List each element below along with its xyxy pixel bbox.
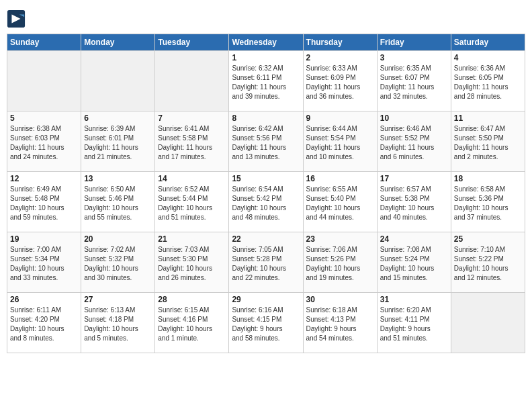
day-info: Sunrise: 6:35 AM Sunset: 6:07 PM Dayligh… — [380, 64, 448, 101]
day-number: 2 — [306, 53, 374, 62]
day-info: Sunrise: 7:10 AM Sunset: 5:22 PM Dayligh… — [454, 245, 522, 283]
calendar-table: SundayMondayTuesdayWednesdayThursdayFrid… — [7, 34, 525, 353]
calendar-cell: 17Sunrise: 6:57 AM Sunset: 5:38 PM Dayli… — [377, 172, 451, 232]
day-number: 20 — [84, 234, 152, 244]
day-number: 10 — [380, 113, 448, 123]
calendar-cell: 21Sunrise: 7:03 AM Sunset: 5:30 PM Dayli… — [155, 232, 229, 293]
day-info: Sunrise: 6:13 AM Sunset: 4:18 PM Dayligh… — [84, 306, 152, 343]
day-number: 24 — [380, 234, 448, 244]
day-info: Sunrise: 6:55 AM Sunset: 5:40 PM Dayligh… — [306, 185, 374, 222]
day-info: Sunrise: 6:42 AM Sunset: 5:56 PM Dayligh… — [232, 124, 300, 162]
day-number: 13 — [84, 174, 152, 183]
week-row-0: 1Sunrise: 6:32 AM Sunset: 6:11 PM Daylig… — [7, 51, 525, 111]
day-number: 29 — [232, 295, 300, 304]
day-info: Sunrise: 6:57 AM Sunset: 5:38 PM Dayligh… — [380, 185, 448, 222]
calendar-cell — [7, 51, 81, 111]
day-info: Sunrise: 6:54 AM Sunset: 5:42 PM Dayligh… — [232, 185, 300, 222]
day-number: 22 — [232, 234, 300, 244]
calendar-cell: 9Sunrise: 6:44 AM Sunset: 5:54 PM Daylig… — [303, 111, 377, 172]
day-info: Sunrise: 6:52 AM Sunset: 5:44 PM Dayligh… — [158, 185, 226, 222]
day-number: 9 — [306, 113, 374, 123]
day-info: Sunrise: 6:47 AM Sunset: 5:50 PM Dayligh… — [454, 124, 522, 162]
calendar-cell: 19Sunrise: 7:00 AM Sunset: 5:34 PM Dayli… — [7, 232, 81, 293]
page-header — [7, 7, 525, 28]
day-info: Sunrise: 6:49 AM Sunset: 5:48 PM Dayligh… — [10, 185, 78, 222]
weekday-header-row: SundayMondayTuesdayWednesdayThursdayFrid… — [7, 34, 525, 51]
day-number: 26 — [10, 295, 78, 304]
week-row-3: 19Sunrise: 7:00 AM Sunset: 5:34 PM Dayli… — [7, 232, 525, 293]
logo-icon — [7, 9, 26, 28]
calendar-cell: 1Sunrise: 6:32 AM Sunset: 6:11 PM Daylig… — [229, 51, 303, 111]
calendar-cell: 5Sunrise: 6:38 AM Sunset: 6:03 PM Daylig… — [7, 111, 81, 172]
day-number: 1 — [232, 53, 300, 62]
calendar-cell: 20Sunrise: 7:02 AM Sunset: 5:32 PM Dayli… — [81, 232, 155, 293]
calendar-cell: 2Sunrise: 6:33 AM Sunset: 6:09 PM Daylig… — [303, 51, 377, 111]
weekday-saturday: Saturday — [451, 34, 525, 51]
week-row-1: 5Sunrise: 6:38 AM Sunset: 6:03 PM Daylig… — [7, 111, 525, 172]
calendar-cell: 3Sunrise: 6:35 AM Sunset: 6:07 PM Daylig… — [377, 51, 451, 111]
day-info: Sunrise: 6:16 AM Sunset: 4:15 PM Dayligh… — [232, 306, 300, 343]
day-info: Sunrise: 7:06 AM Sunset: 5:26 PM Dayligh… — [306, 245, 374, 283]
calendar-cell — [451, 293, 525, 353]
day-info: Sunrise: 7:02 AM Sunset: 5:32 PM Dayligh… — [84, 245, 152, 283]
calendar-cell: 16Sunrise: 6:55 AM Sunset: 5:40 PM Dayli… — [303, 172, 377, 232]
calendar-cell: 15Sunrise: 6:54 AM Sunset: 5:42 PM Dayli… — [229, 172, 303, 232]
calendar-cell: 6Sunrise: 6:39 AM Sunset: 6:01 PM Daylig… — [81, 111, 155, 172]
day-number: 18 — [454, 174, 522, 183]
day-number: 19 — [10, 234, 78, 244]
calendar-cell: 10Sunrise: 6:46 AM Sunset: 5:52 PM Dayli… — [377, 111, 451, 172]
calendar-cell: 4Sunrise: 6:36 AM Sunset: 6:05 PM Daylig… — [451, 51, 525, 111]
weekday-thursday: Thursday — [303, 34, 377, 51]
calendar-cell: 28Sunrise: 6:15 AM Sunset: 4:16 PM Dayli… — [155, 293, 229, 353]
day-info: Sunrise: 6:18 AM Sunset: 4:13 PM Dayligh… — [306, 306, 374, 343]
calendar-cell — [155, 51, 229, 111]
calendar-cell: 11Sunrise: 6:47 AM Sunset: 5:50 PM Dayli… — [451, 111, 525, 172]
day-number: 14 — [158, 174, 226, 183]
weekday-wednesday: Wednesday — [229, 34, 303, 51]
day-info: Sunrise: 7:00 AM Sunset: 5:34 PM Dayligh… — [10, 245, 78, 283]
day-number: 5 — [10, 113, 78, 123]
day-number: 27 — [84, 295, 152, 304]
calendar-cell: 18Sunrise: 6:58 AM Sunset: 5:36 PM Dayli… — [451, 172, 525, 232]
calendar-cell: 30Sunrise: 6:18 AM Sunset: 4:13 PM Dayli… — [303, 293, 377, 353]
day-info: Sunrise: 6:36 AM Sunset: 6:05 PM Dayligh… — [454, 64, 522, 101]
day-number: 23 — [306, 234, 374, 244]
weekday-friday: Friday — [377, 34, 451, 51]
calendar-cell — [81, 51, 155, 111]
calendar-cell: 8Sunrise: 6:42 AM Sunset: 5:56 PM Daylig… — [229, 111, 303, 172]
day-number: 11 — [454, 113, 522, 123]
day-info: Sunrise: 6:39 AM Sunset: 6:01 PM Dayligh… — [84, 124, 152, 162]
day-number: 21 — [158, 234, 226, 244]
day-info: Sunrise: 6:15 AM Sunset: 4:16 PM Dayligh… — [158, 306, 226, 343]
day-info: Sunrise: 6:32 AM Sunset: 6:11 PM Dayligh… — [232, 64, 300, 101]
calendar-cell: 29Sunrise: 6:16 AM Sunset: 4:15 PM Dayli… — [229, 293, 303, 353]
calendar-cell: 27Sunrise: 6:13 AM Sunset: 4:18 PM Dayli… — [81, 293, 155, 353]
day-number: 31 — [380, 295, 448, 304]
day-number: 15 — [232, 174, 300, 183]
day-info: Sunrise: 6:44 AM Sunset: 5:54 PM Dayligh… — [306, 124, 374, 162]
day-number: 30 — [306, 295, 374, 304]
weekday-sunday: Sunday — [7, 34, 81, 51]
calendar-cell: 13Sunrise: 6:50 AM Sunset: 5:46 PM Dayli… — [81, 172, 155, 232]
calendar-body: 1Sunrise: 6:32 AM Sunset: 6:11 PM Daylig… — [7, 51, 525, 353]
weekday-tuesday: Tuesday — [155, 34, 229, 51]
logo — [7, 9, 28, 28]
day-info: Sunrise: 7:03 AM Sunset: 5:30 PM Dayligh… — [158, 245, 226, 283]
week-row-2: 12Sunrise: 6:49 AM Sunset: 5:48 PM Dayli… — [7, 172, 525, 232]
calendar-cell: 23Sunrise: 7:06 AM Sunset: 5:26 PM Dayli… — [303, 232, 377, 293]
calendar-cell: 12Sunrise: 6:49 AM Sunset: 5:48 PM Dayli… — [7, 172, 81, 232]
week-row-4: 26Sunrise: 6:11 AM Sunset: 4:20 PM Dayli… — [7, 293, 525, 353]
day-info: Sunrise: 7:08 AM Sunset: 5:24 PM Dayligh… — [380, 245, 448, 283]
calendar-cell: 31Sunrise: 6:20 AM Sunset: 4:11 PM Dayli… — [377, 293, 451, 353]
calendar-cell: 24Sunrise: 7:08 AM Sunset: 5:24 PM Dayli… — [377, 232, 451, 293]
day-number: 16 — [306, 174, 374, 183]
day-number: 17 — [380, 174, 448, 183]
calendar-cell: 14Sunrise: 6:52 AM Sunset: 5:44 PM Dayli… — [155, 172, 229, 232]
day-info: Sunrise: 6:41 AM Sunset: 5:58 PM Dayligh… — [158, 124, 226, 162]
calendar-cell: 25Sunrise: 7:10 AM Sunset: 5:22 PM Dayli… — [451, 232, 525, 293]
day-number: 25 — [454, 234, 522, 244]
day-info: Sunrise: 6:50 AM Sunset: 5:46 PM Dayligh… — [84, 185, 152, 222]
day-number: 3 — [380, 53, 448, 62]
day-info: Sunrise: 7:05 AM Sunset: 5:28 PM Dayligh… — [232, 245, 300, 283]
day-info: Sunrise: 6:38 AM Sunset: 6:03 PM Dayligh… — [10, 124, 78, 162]
